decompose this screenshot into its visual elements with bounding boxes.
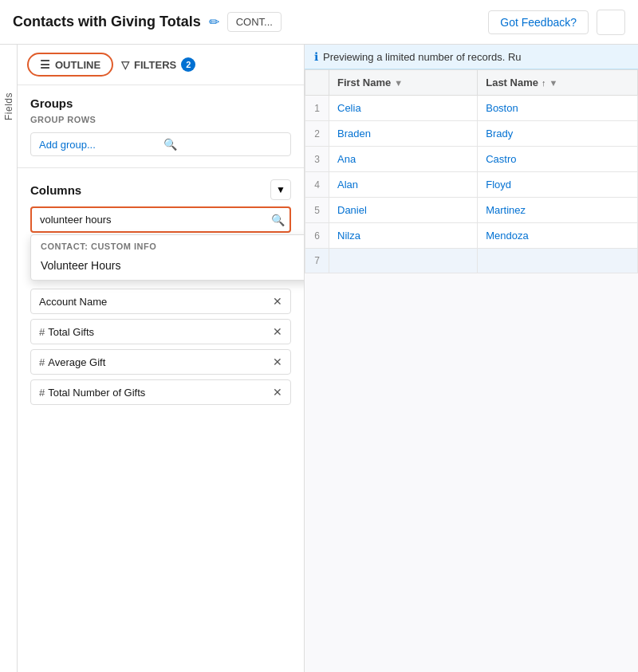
dropdown-category: CONTACT: CUSTOM INFO bbox=[31, 235, 305, 254]
fields-label: Fields bbox=[3, 92, 14, 120]
columns-section: Columns ▼ 🔍 CONTACT: CUSTOM INFO Volunte… bbox=[18, 168, 304, 672]
row-number: 4 bbox=[305, 172, 329, 198]
add-group-input[interactable]: Add group... 🔍 bbox=[30, 132, 291, 156]
column-search-icon: 🔍 bbox=[271, 214, 285, 226]
cell-first-name[interactable]: Braden bbox=[329, 121, 478, 147]
row-number: 2 bbox=[305, 121, 329, 147]
outline-label: OUTLINE bbox=[55, 59, 100, 71]
cell-last-name[interactable]: Boston bbox=[478, 96, 638, 121]
col-tag-account-name: Account Name ✕ bbox=[30, 289, 291, 314]
col-tag-account-name-label: Account Name bbox=[39, 296, 273, 308]
first-name-sort: First Name ▼ bbox=[337, 77, 403, 88]
toolbar-row: ☰ OUTLINE ▽ FILTERS 2 bbox=[18, 45, 304, 85]
col-tag-total-gifts: # Total Gifts ✕ bbox=[30, 319, 291, 344]
col-tag-total-gifts-label: Total Gifts bbox=[48, 326, 273, 338]
table-header-row: First Name ▼ Last Name ↑ ▼ bbox=[305, 70, 638, 96]
col-tag-average-gift-remove[interactable]: ✕ bbox=[273, 356, 282, 368]
column-search-input[interactable] bbox=[30, 206, 291, 233]
dropdown-volunteer-hours[interactable]: Volunteer Hours bbox=[31, 254, 305, 280]
outline-button[interactable]: ☰ OUTLINE bbox=[27, 53, 113, 77]
col-tag-average-gift: # Average Gift ✕ bbox=[30, 349, 291, 375]
cell-last-name[interactable]: Castro bbox=[478, 147, 638, 172]
col-tag-total-number-label: Total Number of Gifts bbox=[48, 387, 273, 399]
col-tag-total-number-of-gifts: # Total Number of Gifts ✕ bbox=[30, 379, 291, 405]
row-number: 5 bbox=[305, 198, 329, 223]
last-name-sort-arrow: ↑ bbox=[542, 78, 546, 88]
table-row: 7 bbox=[305, 249, 638, 273]
filters-button[interactable]: ▽ FILTERS 2 bbox=[121, 57, 195, 72]
cell-first-name[interactable]: Alan bbox=[329, 172, 478, 198]
right-panel: ℹ Previewing a limited number of records… bbox=[305, 45, 638, 672]
cell-last-name[interactable] bbox=[478, 249, 638, 273]
first-name-label: First Name bbox=[337, 77, 391, 88]
fields-tab[interactable]: Fields bbox=[0, 45, 18, 672]
preview-banner: ℹ Previewing a limited number of records… bbox=[305, 45, 638, 69]
total-gifts-hash: # bbox=[39, 326, 45, 338]
filters-badge: 2 bbox=[181, 57, 195, 72]
feedback-button[interactable]: Got Feedback? bbox=[488, 10, 589, 34]
groups-section: Groups GROUP ROWS Add group... 🔍 bbox=[18, 85, 304, 168]
cell-last-name[interactable]: Mendoza bbox=[478, 223, 638, 249]
row-num-header bbox=[305, 70, 329, 96]
col-tag-account-name-remove[interactable]: ✕ bbox=[273, 295, 282, 308]
add-group-label: Add group... bbox=[39, 139, 159, 151]
records-table: First Name ▼ Last Name ↑ ▼ bbox=[305, 69, 638, 273]
cell-first-name[interactable]: Nilza bbox=[329, 223, 478, 249]
row-number: 6 bbox=[305, 223, 329, 249]
column-dropdown: CONTACT: CUSTOM INFO Volunteer Hours bbox=[30, 234, 305, 281]
column-search-wrapper: 🔍 bbox=[30, 206, 291, 233]
group-search-icon: 🔍 bbox=[163, 138, 283, 151]
left-panel: ☰ OUTLINE ▽ FILTERS 2 Groups GROUP ROWS … bbox=[18, 45, 305, 672]
page-title: Contacts with Giving Totals bbox=[13, 14, 201, 30]
table-row: 2BradenBrady bbox=[305, 121, 638, 147]
cont-badge-button[interactable]: CONT... bbox=[227, 12, 282, 32]
info-icon: ℹ bbox=[314, 50, 318, 63]
columns-header: Columns ▼ bbox=[30, 179, 291, 200]
list-icon: ☰ bbox=[40, 58, 50, 71]
top-bar: Contacts with Giving Totals ✏ CONT... Go… bbox=[0, 0, 638, 45]
filters-label: FILTERS bbox=[134, 59, 176, 71]
cell-first-name[interactable]: Daniel bbox=[329, 198, 478, 223]
row-number: 1 bbox=[305, 96, 329, 121]
data-table: First Name ▼ Last Name ↑ ▼ bbox=[305, 69, 638, 672]
first-name-filter-icon[interactable]: ▼ bbox=[394, 78, 403, 88]
table-row: 5DanielMartinez bbox=[305, 198, 638, 223]
cell-last-name[interactable]: Martinez bbox=[478, 198, 638, 223]
edit-icon[interactable]: ✏ bbox=[209, 14, 219, 29]
preview-text: Previewing a limited number of records. … bbox=[323, 51, 522, 63]
table-row: 3AnaCastro bbox=[305, 147, 638, 172]
cell-first-name[interactable]: Ana bbox=[329, 147, 478, 172]
last-name-label: Last Name bbox=[486, 77, 538, 88]
table-row: 4AlanFloyd bbox=[305, 172, 638, 198]
groups-title: Groups bbox=[30, 96, 291, 110]
columns-chevron-button[interactable]: ▼ bbox=[270, 179, 291, 200]
last-name-sort: Last Name ↑ ▼ bbox=[486, 77, 557, 88]
top-bar-stub bbox=[597, 10, 625, 35]
cell-first-name[interactable] bbox=[329, 249, 478, 273]
groups-subtitle: GROUP ROWS bbox=[30, 115, 291, 124]
cell-last-name[interactable]: Brady bbox=[478, 121, 638, 147]
last-name-filter-icon[interactable]: ▼ bbox=[549, 78, 557, 88]
filter-icon: ▽ bbox=[121, 59, 129, 71]
table-row: 1CeliaBoston bbox=[305, 96, 638, 121]
total-number-hash: # bbox=[39, 387, 45, 399]
col-header-last-name[interactable]: Last Name ↑ ▼ bbox=[478, 70, 638, 96]
cell-first-name[interactable]: Celia bbox=[329, 96, 478, 121]
col-header-first-name[interactable]: First Name ▼ bbox=[329, 70, 478, 96]
table-row: 6NilzaMendoza bbox=[305, 223, 638, 249]
column-tags: Account Name ✕ # Total Gifts ✕ # Average… bbox=[30, 289, 291, 405]
main-layout: Fields ☰ OUTLINE ▽ FILTERS 2 Groups GROU… bbox=[0, 45, 638, 672]
row-number: 7 bbox=[305, 249, 329, 273]
cell-last-name[interactable]: Floyd bbox=[478, 172, 638, 198]
col-tag-total-gifts-remove[interactable]: ✕ bbox=[273, 325, 282, 338]
row-number: 3 bbox=[305, 147, 329, 172]
col-tag-total-number-remove[interactable]: ✕ bbox=[273, 386, 282, 399]
columns-title: Columns bbox=[30, 183, 81, 197]
average-gift-hash: # bbox=[39, 356, 45, 368]
col-tag-average-gift-label: Average Gift bbox=[48, 356, 273, 368]
